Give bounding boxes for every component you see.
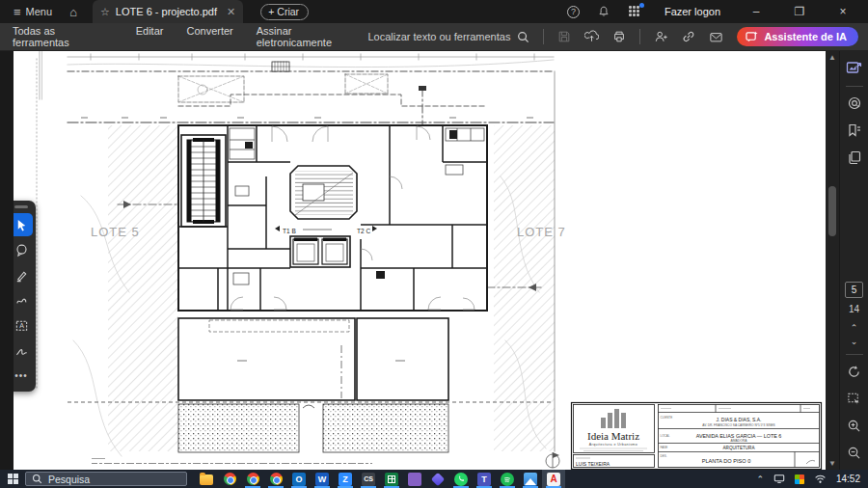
author-name: LUIS TEIXEIRA: [576, 461, 610, 467]
menu-button[interactable]: ≡ Menu: [10, 5, 56, 19]
comments-panel-icon[interactable]: [844, 93, 865, 114]
search-placeholder: Localizar texto ou ferramentas: [367, 31, 510, 42]
more-tools[interactable]: •••: [14, 364, 33, 387]
drag-handle[interactable]: [14, 205, 28, 208]
acrobat-icon[interactable]: A: [542, 470, 565, 488]
sheet-title: PLANTA DO PISO 0: [702, 458, 751, 464]
sign-in-button[interactable]: Fazer logon: [665, 6, 720, 17]
menu-label: Menu: [26, 6, 53, 17]
notifications-bell-icon[interactable]: [597, 5, 611, 19]
previous-page-icon[interactable]: ⌃: [851, 323, 858, 333]
mail-icon[interactable]: [709, 31, 723, 43]
tray-defender-icon[interactable]: [795, 474, 804, 484]
tray-wifi-icon[interactable]: [814, 474, 827, 484]
draw-tool[interactable]: [14, 288, 33, 312]
minimize-button[interactable]: –: [743, 5, 770, 18]
pdf-page[interactable]: T1 B T2 C: [14, 51, 826, 470]
page-thumbnails-icon[interactable]: [844, 147, 865, 168]
tools-menu-esign[interactable]: Assinar eletronicamente: [257, 25, 368, 48]
chrome-icon[interactable]: [218, 470, 241, 488]
quick-tools-panel: A •••: [14, 201, 36, 392]
home-icon[interactable]: ⌂: [69, 5, 77, 19]
project-name: AVENIDA ELIAS GARCIA — LOTE 6: [696, 433, 782, 439]
add-comment-tool[interactable]: [14, 238, 33, 261]
zoom-in-icon[interactable]: [844, 415, 865, 436]
lote-5-label: LOTE 5: [91, 225, 140, 239]
tab-close-icon[interactable]: ✕: [227, 6, 235, 18]
taskbar-search-input[interactable]: Pesquisa: [25, 472, 187, 486]
system-tray: ⌃ 14:52: [756, 474, 868, 484]
titlebar: ≡ Menu ⌂ ☆ LOTE 6 - projecto.pdf ✕ + Cri…: [0, 0, 868, 23]
unit-t2c-label: T2 C: [357, 228, 370, 234]
tools-menu-convert[interactable]: Converter: [186, 25, 232, 48]
chrome-icon[interactable]: [241, 470, 264, 488]
highlight-tool[interactable]: [14, 263, 33, 286]
link-icon[interactable]: [682, 30, 695, 43]
ai-assistant-label: Assistente de IA: [764, 31, 847, 42]
star-icon[interactable]: ☆: [100, 6, 110, 18]
current-page-input[interactable]: 5: [845, 282, 863, 298]
client-name: J. DIAS & DIAS, S.A.: [717, 417, 762, 422]
tray-display-icon[interactable]: [773, 474, 785, 484]
start-button[interactable]: [0, 474, 25, 484]
divider: [846, 86, 863, 87]
close-button[interactable]: ×: [829, 5, 856, 18]
export-panel-icon[interactable]: [844, 57, 865, 78]
excel-icon[interactable]: [380, 470, 403, 488]
search-field[interactable]: Localizar texto ou ferramentas: [367, 31, 529, 43]
divider: [846, 354, 863, 355]
tray-expand-icon[interactable]: ⌃: [756, 474, 764, 484]
marquee-zoom-icon[interactable]: [844, 388, 865, 409]
create-button[interactable]: + Criar: [260, 4, 309, 20]
terraces: [178, 318, 448, 400]
photos-icon[interactable]: [519, 470, 542, 488]
document-tab[interactable]: ☆ LOTE 6 - projecto.pdf ✕: [93, 0, 243, 23]
acrobat-window: ≡ Menu ⌂ ☆ LOTE 6 - projecto.pdf ✕ + Cri…: [0, 0, 868, 488]
bookmarks-panel-icon[interactable]: [844, 120, 865, 141]
chrome-icon[interactable]: [264, 470, 287, 488]
plan-caption: [92, 459, 372, 464]
cs-app-icon[interactable]: CS: [357, 470, 380, 488]
whatsapp-icon[interactable]: [449, 470, 473, 488]
taskbar-apps: O W Z CS T A: [195, 470, 565, 488]
zoom-app-icon[interactable]: Z: [334, 470, 357, 488]
scroll-up-icon[interactable]: ▲: [826, 53, 839, 62]
select-tool[interactable]: [14, 213, 33, 236]
teams-icon[interactable]: T: [473, 470, 496, 488]
ai-chat-icon: [746, 31, 758, 42]
document-area: T1 B T2 C: [0, 51, 868, 470]
toolbar: Todas as ferramentas Editar Converter As…: [0, 23, 868, 51]
share-icon[interactable]: [584, 30, 599, 43]
windows-logo-icon: [8, 474, 18, 484]
right-tools-rail: 5 14 ⌃ ⌄: [839, 51, 868, 470]
add-text-tool[interactable]: A: [14, 313, 33, 337]
hamburger-icon: ≡: [14, 5, 21, 19]
scroll-down-icon[interactable]: ▼: [826, 459, 839, 468]
tools-menu-all[interactable]: Todas as ferramentas: [13, 25, 113, 48]
print-icon[interactable]: [612, 30, 626, 43]
spotify-icon[interactable]: [496, 470, 519, 488]
apps-grid-icon[interactable]: [628, 5, 642, 19]
apps-badge: [639, 3, 644, 8]
sheet-row-label: DES.: [661, 454, 667, 458]
phase-row-label: FASE: [661, 446, 668, 449]
help-icon[interactable]: ?: [566, 5, 581, 19]
vertical-scrollbar[interactable]: ▲ ▼: [826, 51, 839, 470]
save-icon[interactable]: [557, 30, 571, 43]
restore-button[interactable]: ❐: [786, 5, 813, 18]
file-explorer-icon[interactable]: [195, 470, 218, 488]
signature-icon: [14, 343, 29, 358]
rotate-page-icon[interactable]: [844, 361, 865, 382]
diamond-app-icon[interactable]: [426, 470, 449, 488]
ai-assistant-button[interactable]: Assistente de IA: [737, 27, 858, 46]
zoom-out-icon[interactable]: [844, 442, 865, 463]
tools-menu-edit[interactable]: Editar: [136, 25, 164, 48]
next-page-icon[interactable]: ⌄: [851, 337, 858, 346]
word-icon[interactable]: W: [311, 470, 334, 488]
fill-sign-tool[interactable]: [14, 339, 33, 362]
taskbar-clock[interactable]: 14:52: [836, 474, 860, 484]
purple-app-icon[interactable]: [403, 470, 426, 488]
scrollbar-thumb[interactable]: [828, 186, 836, 236]
add-person-icon[interactable]: [654, 30, 668, 43]
outlook-icon[interactable]: O: [287, 470, 311, 488]
